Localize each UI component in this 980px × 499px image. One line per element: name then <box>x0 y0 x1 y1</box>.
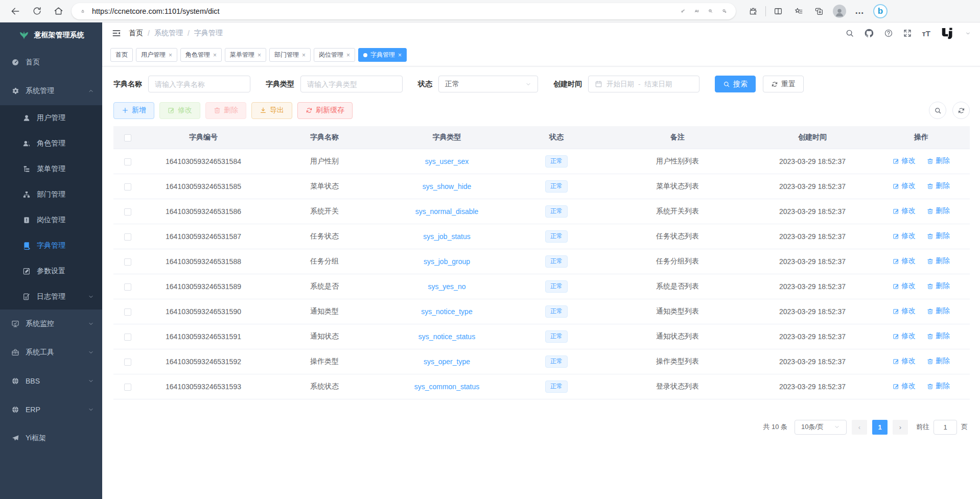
row-checkbox[interactable] <box>124 384 131 391</box>
bing-copilot-icon[interactable]: b <box>872 3 889 19</box>
row-edit-button[interactable]: 修改 <box>893 306 916 316</box>
github-icon[interactable] <box>864 28 874 38</box>
refresh-cache-button[interactable]: 刷新缓存 <box>297 102 353 119</box>
row-checkbox[interactable] <box>124 334 131 341</box>
sidebar-item-dict-management[interactable]: 字典管理 <box>0 233 102 258</box>
current-page-button[interactable]: 1 <box>872 420 888 435</box>
add-favorite-icon[interactable] <box>720 7 729 15</box>
sidebar-item-yi-framework[interactable]: Yi框架 <box>0 424 102 453</box>
caret-down-icon[interactable] <box>965 31 971 36</box>
status-select[interactable]: 正常 <box>438 76 538 92</box>
tab-menu-management[interactable]: 菜单管理× <box>225 48 266 62</box>
row-checkbox[interactable] <box>124 233 131 241</box>
dict-type-link[interactable]: sys_user_sex <box>425 157 469 165</box>
add-button[interactable]: 新增 <box>113 102 154 119</box>
zoom-out-icon[interactable] <box>706 7 715 15</box>
address-bar[interactable]: https://ccnetcore.com:1101/system/dict <box>72 3 736 19</box>
sidebar-item-bbs[interactable]: BBS <box>0 367 102 395</box>
next-page-button[interactable]: › <box>893 420 908 435</box>
row-delete-button[interactable]: 删除 <box>927 256 950 266</box>
row-edit-button[interactable]: 修改 <box>893 206 916 216</box>
sidebar-item-menu-management[interactable]: 菜单管理 <box>0 156 102 182</box>
sidebar-item-department-management[interactable]: 部门管理 <box>0 182 102 207</box>
row-delete-button[interactable]: 删除 <box>927 281 950 291</box>
sidebar-item-system-management[interactable]: 系统管理 <box>0 77 102 105</box>
row-edit-button[interactable]: 修改 <box>893 256 916 266</box>
dict-type-link[interactable]: sys_normal_disable <box>415 207 479 216</box>
tab-dict-management[interactable]: 字典管理× <box>358 48 407 62</box>
dict-type-link[interactable]: sys_notice_status <box>418 332 475 341</box>
row-edit-button[interactable]: 修改 <box>893 181 916 191</box>
search-button[interactable]: 搜索 <box>715 76 756 92</box>
edit-button[interactable]: 修改 <box>159 102 200 119</box>
page-size-select[interactable]: 10条/页 <box>795 420 847 435</box>
favorites-icon[interactable] <box>790 3 807 19</box>
sidebar-item-post-management[interactable]: 岗位管理 <box>0 207 102 233</box>
row-delete-button[interactable]: 删除 <box>927 181 950 191</box>
breadcrumb-home[interactable]: 首页 <box>129 29 143 38</box>
row-edit-button[interactable]: 修改 <box>893 382 916 391</box>
user-avatar-logo[interactable] <box>940 26 955 41</box>
browser-back-button[interactable] <box>7 3 24 19</box>
row-checkbox[interactable] <box>124 158 131 165</box>
sidebar-item-log-management[interactable]: 日志管理 <box>0 284 102 310</box>
row-delete-button[interactable]: 删除 <box>927 206 950 216</box>
row-edit-button[interactable]: 修改 <box>893 281 916 291</box>
date-range-picker[interactable]: 开始日期 - 结束日期 <box>588 76 699 92</box>
dict-type-link[interactable]: sys_job_status <box>423 232 471 241</box>
dict-type-link[interactable]: sys_job_group <box>424 257 470 266</box>
tab-department-management[interactable]: 部门管理× <box>269 48 311 62</box>
refresh-table-button[interactable] <box>952 102 970 119</box>
sidebar-item-parameter-settings[interactable]: 参数设置 <box>0 258 102 284</box>
row-checkbox[interactable] <box>124 359 131 366</box>
dict-type-link[interactable]: sys_notice_type <box>421 307 472 316</box>
browser-settings-menu-icon[interactable]: … <box>852 3 868 19</box>
help-icon[interactable] <box>884 29 893 38</box>
row-checkbox[interactable] <box>124 308 131 316</box>
row-checkbox[interactable] <box>124 208 131 216</box>
delete-button[interactable]: 删除 <box>205 102 246 119</box>
sidebar-item-role-management[interactable]: 角色管理 <box>0 131 102 156</box>
export-button[interactable]: 导出 <box>251 102 292 119</box>
sidebar-item-system-tools[interactable]: 系统工具 <box>0 338 102 367</box>
dict-type-link[interactable]: sys_oper_type <box>424 358 470 366</box>
show-search-toggle-button[interactable] <box>929 102 946 119</box>
split-screen-icon[interactable] <box>770 3 786 19</box>
row-checkbox[interactable] <box>124 283 131 291</box>
row-edit-button[interactable]: 修改 <box>893 156 916 165</box>
close-icon[interactable]: × <box>258 52 261 59</box>
font-size-icon[interactable]: ᴛT <box>922 29 930 38</box>
row-checkbox[interactable] <box>124 183 131 191</box>
dict-type-link[interactable]: sys_common_status <box>414 383 480 391</box>
row-delete-button[interactable]: 删除 <box>927 306 950 316</box>
tab-home[interactable]: 首页 <box>110 48 133 62</box>
fullscreen-icon[interactable] <box>903 29 912 38</box>
select-all-checkbox[interactable] <box>124 134 131 141</box>
dict-type-input[interactable] <box>307 80 396 88</box>
dict-type-link[interactable]: sys_yes_no <box>428 282 466 291</box>
browser-profile-avatar[interactable] <box>831 3 848 19</box>
close-icon[interactable]: × <box>213 52 217 59</box>
url-text[interactable]: https://ccnetcore.com:1101/system/dict <box>92 7 673 15</box>
row-edit-button[interactable]: 修改 <box>893 331 916 341</box>
close-icon[interactable]: × <box>169 52 172 59</box>
row-delete-button[interactable]: 删除 <box>927 382 950 391</box>
row-delete-button[interactable]: 删除 <box>927 357 950 366</box>
sidebar-item-erp[interactable]: ERP <box>0 395 102 424</box>
row-delete-button[interactable]: 删除 <box>927 231 950 241</box>
extensions-icon[interactable] <box>745 3 761 19</box>
sidebar-item-home[interactable]: 首页 <box>0 48 102 77</box>
close-icon[interactable]: × <box>346 52 350 59</box>
row-delete-button[interactable]: 删除 <box>927 331 950 341</box>
password-key-icon[interactable] <box>679 7 687 15</box>
collections-icon[interactable] <box>811 3 827 19</box>
dict-type-link[interactable]: sys_show_hide <box>423 182 472 191</box>
tab-user-management[interactable]: 用户管理× <box>136 48 177 62</box>
row-checkbox[interactable] <box>124 258 131 266</box>
close-icon[interactable]: × <box>398 52 402 59</box>
row-delete-button[interactable]: 删除 <box>927 156 950 165</box>
browser-refresh-button[interactable] <box>29 3 45 19</box>
sidebar-item-user-management[interactable]: 用户管理 <box>0 105 102 131</box>
dict-name-input[interactable] <box>155 80 244 88</box>
row-edit-button[interactable]: 修改 <box>893 357 916 366</box>
